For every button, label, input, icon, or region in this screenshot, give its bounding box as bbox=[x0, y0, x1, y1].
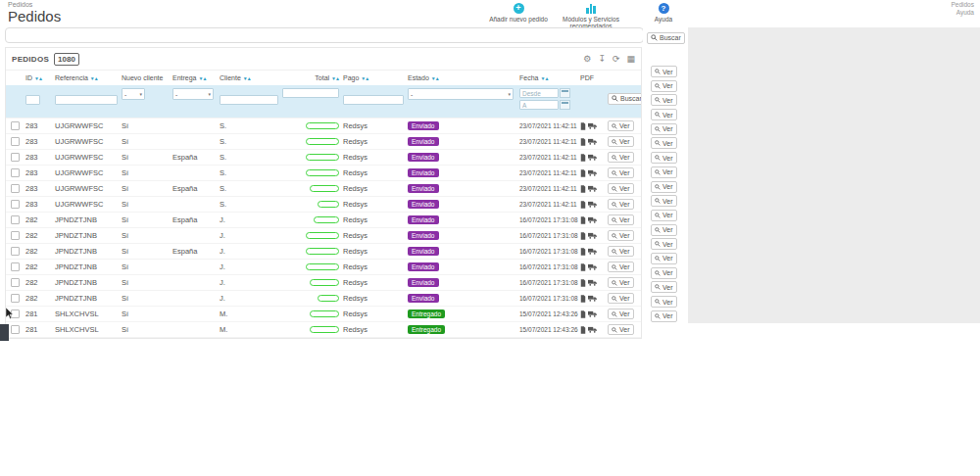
side-view-button[interactable]: Ver bbox=[651, 296, 677, 308]
view-order-button[interactable]: Ver bbox=[608, 230, 634, 241]
view-order-button[interactable]: Ver bbox=[608, 120, 634, 131]
row-checkbox[interactable] bbox=[11, 168, 20, 177]
side-view-button[interactable]: Ver bbox=[651, 267, 677, 279]
view-order-button[interactable]: Ver bbox=[608, 246, 634, 257]
side-view-button[interactable]: Ver bbox=[651, 123, 677, 135]
side-view-button[interactable]: Ver bbox=[651, 281, 677, 293]
filter-payment-input[interactable] bbox=[343, 95, 404, 105]
filter-date-to-input[interactable] bbox=[519, 100, 559, 110]
side-view-button[interactable]: Ver bbox=[651, 167, 677, 178]
filter-search-bar[interactable] bbox=[5, 27, 644, 43]
corner-help-link[interactable]: Ayuda bbox=[915, 9, 974, 17]
invoice-pdf-icon[interactable] bbox=[580, 295, 586, 303]
delivery-slip-icon[interactable] bbox=[588, 248, 597, 255]
grid-icon[interactable]: ▦ bbox=[626, 55, 635, 64]
invoice-pdf-icon[interactable] bbox=[580, 232, 586, 240]
delivery-slip-icon[interactable] bbox=[588, 232, 597, 239]
row-checkbox[interactable] bbox=[11, 294, 20, 303]
row-checkbox[interactable] bbox=[11, 262, 20, 271]
help-button[interactable]: ? Ayuda bbox=[632, 3, 695, 23]
side-view-button[interactable]: Ver bbox=[651, 195, 677, 207]
sort-icon[interactable]: ▼▲ bbox=[361, 75, 368, 81]
row-checkbox[interactable] bbox=[11, 200, 20, 209]
column-header-del[interactable]: Entrega▼▲ bbox=[171, 74, 218, 81]
refresh-icon[interactable]: ⟳ bbox=[612, 55, 620, 64]
column-header-cli[interactable]: Cliente▼▲ bbox=[218, 74, 280, 81]
delivery-slip-icon[interactable] bbox=[588, 310, 597, 317]
row-checkbox[interactable] bbox=[11, 247, 20, 256]
side-view-button[interactable]: Ver bbox=[651, 253, 677, 264]
delivery-slip-icon[interactable] bbox=[588, 279, 597, 286]
side-view-button[interactable]: Ver bbox=[651, 210, 677, 221]
sort-icon[interactable]: ▼▲ bbox=[540, 75, 548, 81]
invoice-pdf-icon[interactable] bbox=[580, 138, 586, 146]
row-checkbox[interactable] bbox=[11, 278, 20, 287]
filter-date-from-input[interactable] bbox=[519, 88, 559, 98]
breadcrumb[interactable]: Pedidos bbox=[8, 1, 32, 8]
delivery-slip-icon[interactable] bbox=[588, 295, 597, 302]
side-view-button[interactable]: Ver bbox=[651, 181, 677, 193]
column-header-ref[interactable]: Referencia▼▲ bbox=[53, 74, 120, 81]
invoice-pdf-icon[interactable] bbox=[580, 263, 586, 271]
column-header-pay[interactable]: Pago▼▲ bbox=[341, 74, 406, 81]
side-view-button[interactable]: Ver bbox=[651, 80, 677, 92]
view-order-button[interactable]: Ver bbox=[608, 262, 634, 272]
invoice-pdf-icon[interactable] bbox=[580, 201, 586, 209]
filter-id-input[interactable] bbox=[25, 95, 40, 105]
row-checkbox[interactable] bbox=[11, 231, 20, 240]
row-checkbox[interactable] bbox=[11, 215, 20, 224]
view-order-button[interactable]: Ver bbox=[608, 214, 634, 225]
delivery-slip-icon[interactable] bbox=[588, 169, 597, 176]
view-order-button[interactable]: Ver bbox=[608, 199, 634, 210]
view-order-button[interactable]: Ver bbox=[608, 293, 634, 304]
export-icon[interactable]: ↧ bbox=[598, 55, 606, 64]
invoice-pdf-icon[interactable] bbox=[580, 326, 586, 334]
filter-reference-input[interactable] bbox=[55, 95, 118, 105]
invoice-pdf-icon[interactable] bbox=[580, 310, 586, 318]
side-view-button[interactable]: Ver bbox=[651, 224, 677, 236]
invoice-pdf-icon[interactable] bbox=[580, 216, 586, 224]
sort-icon[interactable]: ▼▲ bbox=[90, 75, 98, 81]
invoice-pdf-icon[interactable] bbox=[580, 185, 586, 193]
view-order-button[interactable]: Ver bbox=[608, 324, 634, 335]
delivery-slip-icon[interactable] bbox=[588, 122, 597, 129]
filter-delivery-select[interactable]: - ▾ bbox=[172, 88, 214, 100]
side-view-button[interactable]: Ver bbox=[651, 310, 677, 322]
invoice-pdf-icon[interactable] bbox=[580, 248, 586, 256]
column-header-date[interactable]: Fecha▼▲ bbox=[517, 74, 578, 81]
sort-icon[interactable]: ▼▲ bbox=[243, 75, 251, 81]
sort-icon[interactable]: ▼▲ bbox=[34, 75, 42, 81]
row-checkbox[interactable] bbox=[11, 153, 20, 162]
side-view-button[interactable]: Ver bbox=[651, 137, 677, 149]
calendar-icon[interactable] bbox=[560, 88, 570, 98]
view-order-button[interactable]: Ver bbox=[608, 309, 634, 319]
filter-search-button[interactable]: Buscar bbox=[608, 93, 642, 105]
add-order-button[interactable]: + Añadir nuevo pedido bbox=[487, 3, 550, 23]
column-header-tot[interactable]: Total▼▲ bbox=[280, 74, 341, 81]
side-view-button[interactable]: Ver bbox=[651, 152, 677, 164]
invoice-pdf-icon[interactable] bbox=[580, 122, 586, 130]
row-checkbox[interactable] bbox=[11, 121, 20, 130]
view-order-button[interactable]: Ver bbox=[608, 167, 634, 178]
delivery-slip-icon[interactable] bbox=[588, 154, 597, 161]
invoice-pdf-icon[interactable] bbox=[580, 154, 586, 162]
delivery-slip-icon[interactable] bbox=[588, 185, 597, 192]
gear-icon[interactable]: ⚙ bbox=[583, 55, 591, 64]
row-checkbox[interactable] bbox=[11, 137, 20, 146]
side-view-button[interactable]: Ver bbox=[651, 66, 677, 77]
delivery-slip-icon[interactable] bbox=[588, 263, 597, 270]
row-checkbox[interactable] bbox=[11, 184, 20, 193]
column-header-id[interactable]: ID▼▲ bbox=[24, 74, 53, 81]
sort-icon[interactable]: ▼▲ bbox=[199, 75, 207, 81]
view-order-button[interactable]: Ver bbox=[608, 277, 634, 288]
delivery-slip-icon[interactable] bbox=[588, 216, 597, 223]
invoice-pdf-icon[interactable] bbox=[580, 279, 586, 287]
delivery-slip-icon[interactable] bbox=[588, 201, 597, 208]
delivery-slip-icon[interactable] bbox=[588, 326, 597, 333]
filter-total-input[interactable] bbox=[282, 88, 339, 98]
filter-status-select[interactable]: - ▾ bbox=[408, 88, 514, 100]
column-header-st[interactable]: Estado▼▲ bbox=[406, 74, 517, 81]
side-view-button[interactable]: Ver bbox=[651, 238, 677, 250]
row-checkbox[interactable] bbox=[11, 325, 20, 334]
sort-icon[interactable]: ▼▲ bbox=[331, 75, 339, 81]
